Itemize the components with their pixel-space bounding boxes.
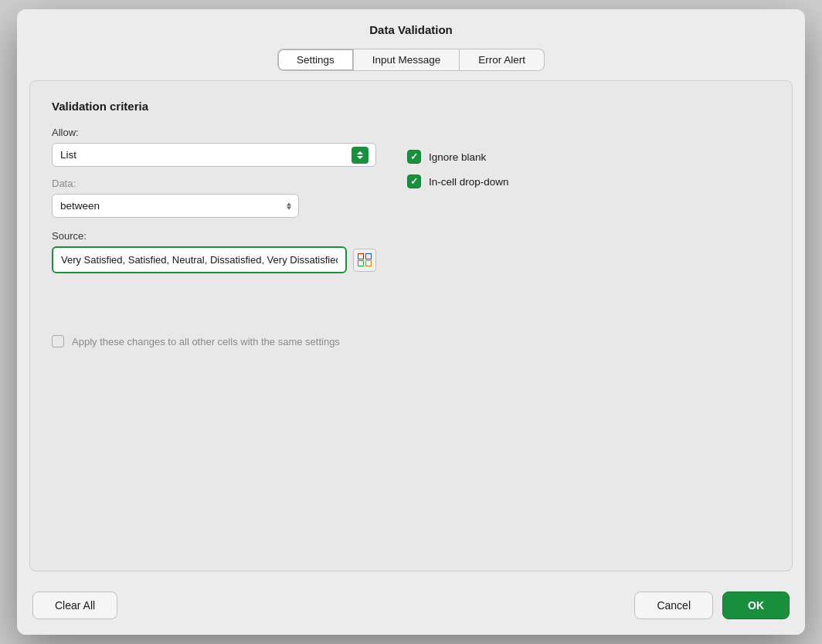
source-input[interactable] [52,246,347,273]
clear-all-button[interactable]: Clear All [32,591,117,619]
ok-button[interactable]: OK [722,591,790,619]
allow-select[interactable]: List [52,143,376,167]
cell-reference-icon [358,253,372,267]
allow-right: ✓ Ignore blank ✓ In-cell drop-down [407,127,509,188]
cell-reference-button[interactable] [353,249,376,272]
content-area: Validation criteria Allow: List [29,80,793,571]
apply-row: Apply these changes to all other cells w… [52,335,376,347]
cancel-button[interactable]: Cancel [634,591,713,619]
data-select[interactable]: between [52,194,299,218]
tab-bar: Settings Input Message Error Alert [17,44,805,71]
source-input-row [52,246,376,273]
ignore-blank-label: Ignore blank [429,151,486,163]
incell-dropdown-label: In-cell drop-down [429,176,509,188]
footer-right: Cancel OK [634,591,790,619]
data-select-wrapper: between [52,194,299,218]
allow-group: Allow: List [52,127,376,167]
allow-left: Allow: List Data: [52,127,376,347]
tab-input-message[interactable]: Input Message [353,49,460,71]
data-label: Data: [52,178,376,189]
tab-settings[interactable]: Settings [277,49,353,71]
dialog-title: Data Validation [17,9,805,44]
allow-select-wrapper: List [52,143,376,167]
incell-dropdown-checkbox[interactable]: ✓ [407,175,421,188]
allow-label: Allow: [52,127,376,138]
ignore-blank-checkbox[interactable]: ✓ [407,150,421,164]
incell-dropdown-check-icon: ✓ [410,177,418,186]
allow-row: Allow: List Data: [52,127,770,347]
data-group: Data: between [52,178,376,218]
ignore-blank-check-icon: ✓ [410,152,418,161]
data-validation-dialog: Data Validation Settings Input Message E… [17,9,805,635]
section-title: Validation criteria [52,100,770,113]
ignore-blank-row[interactable]: ✓ Ignore blank [407,150,509,164]
incell-dropdown-row[interactable]: ✓ In-cell drop-down [407,175,509,188]
apply-checkbox[interactable] [52,335,64,347]
tab-error-alert[interactable]: Error Alert [460,49,545,71]
source-section: Source: [52,230,376,273]
dialog-footer: Clear All Cancel OK [17,581,805,635]
apply-label: Apply these changes to all other cells w… [72,336,340,347]
source-label: Source: [52,230,376,242]
